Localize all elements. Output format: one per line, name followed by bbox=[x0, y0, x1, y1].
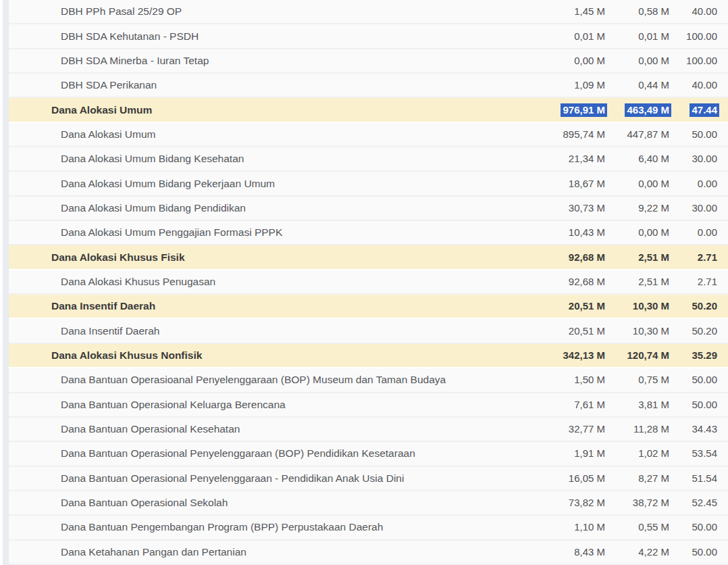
row-percent-value: 52.45 bbox=[669, 496, 717, 510]
row-budget-value: 1,91 M bbox=[531, 447, 605, 460]
table-row[interactable]: DBH SDA Perikanan 1,09 M 0,44 M 40.00 bbox=[9, 74, 728, 98]
table-row[interactable]: Dana Alokasi Khusus Fisik 92,68 M 2,51 M… bbox=[9, 245, 728, 270]
table-row[interactable]: DBH PPh Pasal 25/29 OP 1,45 M 0,58 M 40.… bbox=[9, 0, 728, 24]
table-row[interactable]: Dana Alokasi Umum Penggajian Formasi PPP… bbox=[9, 221, 728, 245]
percent-value-text: 2.71 bbox=[698, 251, 717, 264]
row-budget-value: 1,50 M bbox=[531, 373, 605, 387]
table-row[interactable]: DBH SDA Kehutanan - PSDH 0,01 M 0,01 M 1… bbox=[9, 24, 728, 49]
percent-value-text: 40.00 bbox=[692, 5, 717, 18]
row-budget-value: 976,91 M bbox=[531, 103, 605, 117]
realized-value-text: 0,00 M bbox=[638, 226, 669, 239]
budget-value-text: 1,09 M bbox=[574, 78, 605, 92]
row-label: Dana Alokasi Khusus Penugasan bbox=[9, 276, 531, 288]
row-label: Dana Bantuan Operasioanal Penyelenggaraa… bbox=[9, 374, 531, 386]
table-row[interactable]: Dana Alokasi Umum 976,91 M 463,49 M 47.4… bbox=[9, 98, 728, 122]
row-label: Dana Alokasi Khusus Fisik bbox=[9, 251, 531, 264]
table-row[interactable]: Dana Alokasi Khusus Nonfisik 342,13 M 12… bbox=[9, 344, 728, 368]
percent-value-text: 50.00 bbox=[692, 128, 717, 141]
realized-value-text: 10,30 M bbox=[633, 324, 669, 338]
table-row[interactable]: Dana Alokasi Umum 895,74 M 447,87 M 50.0… bbox=[9, 123, 728, 147]
row-label: Dana Bantuan Operasional Kesehatan bbox=[9, 423, 531, 435]
table-row[interactable]: Dana Bantuan Operasional Penyelenggaraan… bbox=[9, 442, 728, 466]
row-label: Dana Alokasi Umum Penggajian Formasi PPP… bbox=[9, 226, 531, 239]
percent-value-text: 100.00 bbox=[686, 30, 717, 43]
row-label: Dana Alokasi Umum Bidang Kesehatan bbox=[9, 153, 531, 165]
realized-value-text: 3,81 M bbox=[638, 398, 669, 412]
realized-value-text: 8,27 M bbox=[638, 472, 669, 485]
percent-value-text: 50.00 bbox=[692, 545, 717, 559]
table-row[interactable]: Dana Alokasi Umum Bidang Kesehatan 21,34… bbox=[9, 147, 728, 172]
row-budget-value: 8,43 M bbox=[531, 545, 605, 559]
row-realized-value: 0,55 M bbox=[605, 520, 669, 534]
realized-value-text: 9,22 M bbox=[638, 201, 669, 215]
row-realized-value: 8,27 M bbox=[605, 472, 669, 485]
percent-value-text: 52.45 bbox=[692, 496, 717, 510]
percent-value-text: 50.00 bbox=[692, 398, 717, 412]
budget-value-text: 73,82 M bbox=[569, 496, 605, 510]
row-percent-value: 0.00 bbox=[669, 177, 717, 191]
row-realized-value: 10,30 M bbox=[605, 324, 669, 338]
row-percent-value: 34.43 bbox=[669, 422, 717, 436]
percent-value-text: 50.20 bbox=[692, 299, 717, 313]
row-label: Dana Bantuan Pengembangan Program (BPP) … bbox=[9, 521, 531, 533]
row-realized-value: 447,87 M bbox=[605, 128, 669, 141]
budget-value-text: 32,77 M bbox=[569, 422, 605, 436]
table-row[interactable]: Dana Bantuan Operasional Keluarga Berenc… bbox=[9, 393, 728, 418]
table-row[interactable]: Dana Alokasi Khusus Penugasan 92,68 M 2,… bbox=[9, 270, 728, 295]
row-label: Dana Bantuan Operasional Sekolah bbox=[9, 497, 531, 509]
row-budget-value: 20,51 M bbox=[531, 324, 605, 338]
percent-value-text: 0.00 bbox=[698, 177, 717, 191]
row-budget-value: 1,09 M bbox=[531, 78, 605, 92]
row-realized-value: 9,22 M bbox=[605, 201, 669, 215]
row-label: DBH SDA Kehutanan - PSDH bbox=[9, 30, 531, 43]
row-budget-value: 1,10 M bbox=[531, 520, 605, 534]
budget-value-text: 895,74 M bbox=[563, 128, 605, 141]
table-row[interactable]: DBH SDA Minerba - Iuran Tetap 0,00 M 0,0… bbox=[9, 49, 728, 74]
table-row[interactable]: Dana Ketahanan Pangan dan Pertanian 8,43… bbox=[9, 541, 728, 565]
row-label: Dana Insentif Daerah bbox=[9, 300, 531, 312]
row-budget-value: 0,00 M bbox=[531, 54, 605, 68]
row-realized-value: 11,28 M bbox=[605, 422, 669, 436]
row-label: Dana Alokasi Umum Bidang Pendidikan bbox=[9, 202, 531, 214]
row-label: Dana Bantuan Operasional Penyelenggaraan… bbox=[9, 472, 531, 485]
table-row[interactable]: Dana Alokasi Umum Bidang Pekerjaan Umum … bbox=[9, 172, 728, 196]
realized-value-text: 0,00 M bbox=[638, 54, 669, 68]
percent-value-text: 30.00 bbox=[692, 152, 717, 166]
budget-transfer-table[interactable]: DBH PPh Pasal 25/29 OP 1,45 M 0,58 M 40.… bbox=[9, 0, 728, 565]
table-row[interactable]: Dana Bantuan Operasioanal Penyelenggaraa… bbox=[9, 368, 728, 393]
row-realized-value: 0,75 M bbox=[605, 373, 669, 387]
realized-value-text: 463,49 M bbox=[625, 103, 671, 117]
realized-value-text: 2,51 M bbox=[638, 251, 669, 264]
table-row[interactable]: Dana Insentif Daerah 20,51 M 10,30 M 50.… bbox=[9, 319, 728, 343]
row-budget-value: 21,34 M bbox=[531, 152, 605, 166]
row-realized-value: 120,74 M bbox=[605, 349, 669, 362]
percent-value-text: 34.43 bbox=[692, 422, 717, 436]
row-realized-value: 463,49 M bbox=[605, 103, 669, 117]
row-budget-value: 18,67 M bbox=[531, 177, 605, 191]
row-realized-value: 2,51 M bbox=[605, 275, 669, 289]
realized-value-text: 0,58 M bbox=[638, 5, 669, 18]
row-percent-value: 50.00 bbox=[669, 545, 717, 559]
table-row[interactable]: Dana Bantuan Pengembangan Program (BPP) … bbox=[9, 516, 728, 540]
row-realized-value: 10,30 M bbox=[605, 299, 669, 313]
row-percent-value: 2.71 bbox=[669, 251, 717, 264]
row-label: DBH SDA Perikanan bbox=[9, 79, 531, 91]
row-budget-value: 0,01 M bbox=[531, 30, 605, 43]
table-row[interactable]: Dana Alokasi Umum Bidang Pendidikan 30,7… bbox=[9, 197, 728, 221]
percent-value-text: 30.00 bbox=[692, 201, 717, 215]
percent-value-text: 50.00 bbox=[692, 520, 717, 534]
table-row[interactable]: Dana Insentif Daerah 20,51 M 10,30 M 50.… bbox=[9, 295, 728, 319]
row-label: DBH SDA Minerba - Iuran Tetap bbox=[9, 55, 531, 67]
table-row[interactable]: Dana Bantuan Operasional Sekolah 73,82 M… bbox=[9, 491, 728, 516]
budget-value-text: 18,67 M bbox=[569, 177, 605, 191]
table-row[interactable]: Dana Bantuan Operasional Kesehatan 32,77… bbox=[9, 418, 728, 442]
table-row[interactable]: Dana Bantuan Operasional Penyelenggaraan… bbox=[9, 467, 728, 491]
row-budget-value: 342,13 M bbox=[531, 349, 605, 362]
realized-value-text: 6,40 M bbox=[638, 152, 669, 166]
realized-value-text: 0,55 M bbox=[638, 520, 669, 534]
percent-value-text: 40.00 bbox=[692, 78, 717, 92]
row-percent-value: 35.29 bbox=[669, 349, 717, 362]
budget-value-text: 0,01 M bbox=[574, 30, 605, 43]
row-realized-value: 38,72 M bbox=[605, 496, 669, 510]
row-percent-value: 50.00 bbox=[669, 398, 717, 412]
